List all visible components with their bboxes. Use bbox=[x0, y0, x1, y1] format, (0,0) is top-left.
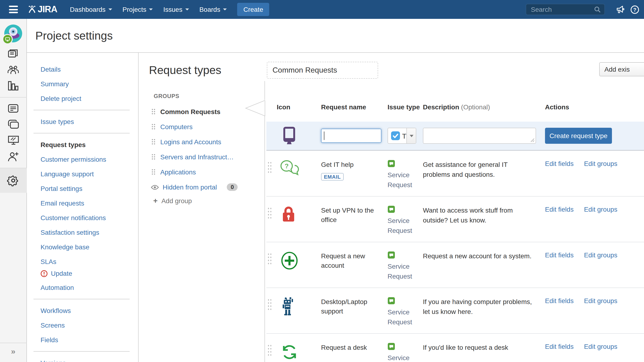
nav-details[interactable]: Details bbox=[40, 63, 138, 76]
nav-satisfaction-settings[interactable]: Satisfaction settings bbox=[40, 226, 138, 239]
nav-issue-types[interactable]: Issue types bbox=[40, 115, 138, 128]
resize-handle-icon[interactable] bbox=[530, 138, 534, 142]
edit-groups-link[interactable]: Edit groups bbox=[584, 297, 617, 304]
lock-icon bbox=[280, 206, 321, 224]
request-name: Get IT help bbox=[321, 160, 388, 169]
edit-groups-link[interactable]: Edit groups bbox=[584, 160, 617, 167]
chevron-down-icon bbox=[223, 8, 227, 10]
service-request-issue-icon bbox=[388, 251, 395, 259]
group-servers-and-infrastructure[interactable]: Servers and Infrastruct… bbox=[149, 150, 264, 164]
drag-handle-icon[interactable] bbox=[151, 124, 156, 130]
request-name-input[interactable] bbox=[321, 129, 382, 143]
group-logins-and-accounts[interactable]: Logins and Accounts bbox=[149, 134, 264, 150]
issue-type-label: Service Request bbox=[388, 307, 416, 327]
drag-handle-icon[interactable] bbox=[267, 344, 272, 357]
issue-type-select[interactable]: T bbox=[388, 128, 416, 144]
service-request-issue-icon bbox=[388, 206, 395, 213]
request-types-heading: Request types bbox=[149, 64, 264, 77]
settings-gear-row[interactable] bbox=[0, 168, 27, 193]
drag-handle-icon[interactable] bbox=[151, 108, 156, 115]
selected-group-notch bbox=[245, 100, 266, 116]
edit-fields-link[interactable]: Edit fields bbox=[545, 251, 574, 259]
issue-type-label: Service Request bbox=[388, 216, 416, 236]
service-request-issue-icon bbox=[388, 160, 395, 167]
nav-slas[interactable]: SLAs bbox=[40, 255, 138, 268]
invite-icon[interactable] bbox=[8, 151, 19, 162]
nav-summary[interactable]: Summary bbox=[40, 77, 138, 90]
add-group-button[interactable]: + Add group bbox=[153, 196, 264, 205]
group-hidden-from-portal[interactable]: Hidden from portal 0 bbox=[149, 180, 264, 195]
edit-fields-link[interactable]: Edit fields bbox=[545, 343, 574, 350]
edit-groups-link[interactable]: Edit groups bbox=[584, 251, 617, 259]
page-title: Project settings bbox=[35, 29, 113, 42]
create-request-type-button[interactable]: Create request type bbox=[545, 128, 612, 144]
nav-language-support[interactable]: Language support bbox=[40, 167, 138, 180]
group-computers[interactable]: Computers bbox=[149, 119, 264, 134]
drag-handle-icon[interactable] bbox=[267, 207, 272, 220]
nav-automation[interactable]: Automation bbox=[40, 281, 138, 294]
group-applications[interactable]: Applications bbox=[149, 164, 264, 180]
nav-divider bbox=[34, 110, 130, 110]
edit-groups-link[interactable]: Edit groups bbox=[584, 206, 617, 213]
drag-handle-icon[interactable] bbox=[267, 253, 272, 265]
menu-dashboards[interactable]: Dashboards bbox=[65, 0, 118, 19]
nav-screens[interactable]: Screens bbox=[40, 319, 138, 332]
select-dropdown-arrow[interactable] bbox=[406, 128, 416, 143]
request-description: If you are having computer problems, let… bbox=[423, 297, 545, 317]
nav-email-requests[interactable]: Email requests bbox=[40, 196, 138, 210]
drag-handle-icon[interactable] bbox=[151, 138, 156, 145]
col-request-name: Request name bbox=[321, 102, 388, 112]
drag-handle-icon[interactable] bbox=[267, 161, 272, 174]
jira-logo-text: JIRA bbox=[38, 4, 57, 14]
service-desk-badge-icon bbox=[2, 34, 13, 44]
cards-icon[interactable] bbox=[7, 119, 19, 129]
edit-fields-link[interactable]: Edit fields bbox=[545, 206, 574, 213]
warning-icon bbox=[40, 270, 48, 277]
add-existing-request-type-button[interactable]: Add exis bbox=[599, 62, 644, 76]
queues-icon[interactable] bbox=[8, 48, 19, 59]
description-textarea[interactable] bbox=[423, 128, 536, 144]
nav-customer-permissions[interactable]: Customer permissions bbox=[40, 153, 138, 166]
drag-handle-icon[interactable] bbox=[267, 298, 272, 311]
menu-projects[interactable]: Projects bbox=[118, 0, 158, 19]
nav-divider bbox=[34, 133, 130, 134]
search-box[interactable] bbox=[526, 4, 605, 15]
page-header: Project settings bbox=[27, 19, 644, 53]
display-icon[interactable] bbox=[7, 135, 19, 145]
groups-label: GROUPS bbox=[154, 93, 264, 100]
nav-portal-settings[interactable]: Portal settings bbox=[40, 182, 138, 195]
nav-workflows[interactable]: Workflows bbox=[40, 304, 138, 317]
sidebar-divider bbox=[0, 97, 27, 98]
nav-versions[interactable]: Versions bbox=[40, 356, 138, 362]
nav-customer-notifications[interactable]: Customer notifications bbox=[40, 211, 138, 224]
nav-fields[interactable]: Fields bbox=[40, 333, 138, 346]
jira-logo[interactable]: JIRA bbox=[27, 4, 57, 14]
plus-circle-icon bbox=[280, 251, 321, 270]
nav-knowledge-base[interactable]: Knowledge base bbox=[40, 240, 138, 254]
nav-divider bbox=[34, 299, 130, 299]
customers-icon[interactable] bbox=[7, 65, 19, 74]
menu-issues[interactable]: Issues bbox=[158, 0, 194, 19]
drag-handle-icon[interactable] bbox=[151, 154, 156, 160]
new-request-monitor-icon[interactable] bbox=[281, 127, 321, 145]
megaphone-icon[interactable] bbox=[616, 5, 625, 14]
group-title-editable[interactable]: Common Requests bbox=[267, 62, 378, 79]
nav-slas-update[interactable]: Update bbox=[40, 268, 138, 279]
drag-handle-icon[interactable] bbox=[151, 169, 156, 175]
menu-boards[interactable]: Boards bbox=[194, 0, 232, 19]
app-switcher-icon[interactable] bbox=[9, 6, 18, 13]
edit-groups-link[interactable]: Edit groups bbox=[584, 343, 617, 350]
nav-request-types[interactable]: Request types bbox=[40, 138, 138, 151]
articles-icon[interactable] bbox=[8, 104, 19, 113]
project-avatar[interactable] bbox=[4, 24, 22, 42]
collapse-sidebar-button[interactable]: » bbox=[0, 343, 27, 362]
help-icon[interactable]: ? bbox=[630, 5, 639, 14]
nav-delete-project[interactable]: Delete project bbox=[40, 92, 138, 105]
search-input[interactable] bbox=[530, 5, 594, 14]
jira-project-settings-page: JIRA Dashboards Projects Issues Boards C… bbox=[0, 0, 644, 362]
edit-fields-link[interactable]: Edit fields bbox=[545, 297, 574, 304]
reports-icon[interactable] bbox=[8, 80, 19, 91]
edit-fields-link[interactable]: Edit fields bbox=[545, 160, 574, 167]
refresh-arrows-icon bbox=[280, 343, 321, 362]
create-button[interactable]: Create bbox=[237, 3, 269, 16]
